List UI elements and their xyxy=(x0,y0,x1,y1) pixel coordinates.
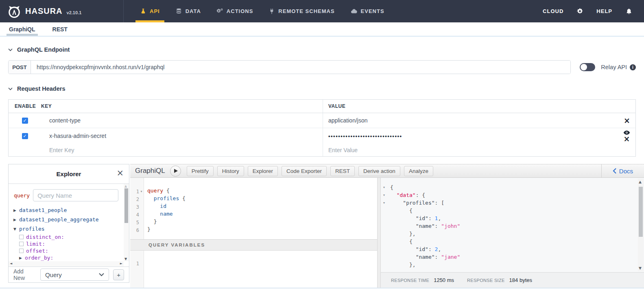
fold-arrow-icon[interactable]: ▾ xyxy=(383,186,390,189)
headers-section-header[interactable]: Request Headers xyxy=(8,85,636,92)
nav-item-actions[interactable]: ACTIONS xyxy=(209,0,261,22)
prettify-button[interactable]: Prettify xyxy=(187,166,214,176)
derive-action-button[interactable]: Derive action xyxy=(358,166,400,176)
graphiql-region: Explorer × query ▶dataset1_people▶datase… xyxy=(0,164,644,289)
tree-expanded-icon[interactable]: ▼ xyxy=(13,227,19,231)
chevron-down-icon[interactable] xyxy=(8,87,13,90)
analyze-button[interactable]: Analyze xyxy=(404,166,433,176)
query-name-input[interactable] xyxy=(33,189,118,201)
header-key-cell[interactable]: x-hasura-admin-secret xyxy=(41,133,323,139)
code-exporter-button[interactable]: Code Exporter xyxy=(282,166,327,176)
database-icon xyxy=(175,8,182,15)
brand[interactable]: HASURA v2.10.1 xyxy=(0,0,123,22)
query-editor[interactable]: 1▾23456 query { profiles { id name }} xyxy=(130,178,377,239)
header-key-cell[interactable]: content-type xyxy=(41,117,323,124)
tree-node-limit-[interactable]: limit: xyxy=(13,240,129,247)
tree-node-label: distinct_on: xyxy=(26,234,64,240)
cloud-link[interactable]: CLOUD xyxy=(543,8,563,14)
header-value-cell[interactable]: ••••••••••••••••••••••••••••••× xyxy=(323,128,635,144)
tab-graphiql[interactable]: GraphiQL xyxy=(9,22,35,36)
add-operation-button[interactable]: + xyxy=(113,269,124,280)
tree-collapsed-icon[interactable]: ▶ xyxy=(13,208,19,212)
tree-node-offset-[interactable]: offset: xyxy=(13,247,129,254)
chevron-down-icon[interactable] xyxy=(8,48,13,51)
explorer-button[interactable]: Explorer xyxy=(248,166,278,176)
response-scrollbar[interactable]: ▲ ▼ xyxy=(638,179,644,271)
tree-node-dataset1-people[interactable]: ▶dataset1_people xyxy=(13,205,129,215)
close-icon[interactable]: × xyxy=(116,169,124,177)
line-number: 3 xyxy=(136,204,139,210)
bell-icon[interactable] xyxy=(625,8,633,15)
explorer-vertical-scrollbar[interactable]: ▲ ▼ xyxy=(124,184,129,261)
tree-node-distinct-on-[interactable]: distinct_on: xyxy=(13,234,129,240)
new-header-key-input[interactable] xyxy=(49,147,295,153)
scroll-up-icon[interactable]: ▲ xyxy=(124,184,127,188)
topbar-right: CLOUD HELP xyxy=(543,8,644,15)
tree-node-label: order_by: xyxy=(25,255,53,261)
add-new-select[interactable]: Query xyxy=(40,269,109,281)
nav-item-remote-schemas[interactable]: REMOTE SCHEMAS xyxy=(261,0,342,22)
new-header-value-input[interactable] xyxy=(328,147,605,153)
response-footer: RESPONSE TIME 1250 ms RESPONSE SIZE 184 … xyxy=(381,272,644,288)
tree-node-order-by-[interactable]: ▶order_by: xyxy=(13,254,129,261)
nav-item-api[interactable]: API xyxy=(132,0,168,22)
graphiql-body: 1▾23456 query { profiles { id name }} QU… xyxy=(130,178,644,288)
response-viewer: ▲ ▼ ▾{▾ "data": {▾ "profiles": [ { "id":… xyxy=(381,178,644,272)
header-enabled-checkbox[interactable]: ✓ xyxy=(22,118,28,124)
docs-button[interactable]: Docs xyxy=(601,164,644,177)
query-variables-bar[interactable]: QUERY VARIABLES xyxy=(130,239,377,251)
arg-checkbox[interactable] xyxy=(19,249,24,253)
arg-checkbox[interactable] xyxy=(19,235,24,239)
fold-arrow-icon[interactable]: ▾ xyxy=(139,190,144,193)
line-number: 4 xyxy=(136,212,139,218)
help-link[interactable]: HELP xyxy=(596,8,612,14)
version-badge: v2.10.1 xyxy=(67,10,82,15)
fold-arrow-icon[interactable]: ▾ xyxy=(383,193,390,197)
variables-code-area[interactable] xyxy=(144,251,377,288)
query-code-area[interactable]: query { profiles { id name }} xyxy=(144,178,377,239)
endpoint-url-input[interactable] xyxy=(31,61,570,74)
scrollbar-thumb[interactable] xyxy=(639,187,643,237)
rest-button[interactable]: REST xyxy=(330,166,355,176)
settings-gear-icon[interactable] xyxy=(576,8,583,15)
response-line: ▾ "data": { xyxy=(383,192,636,200)
tree-node-label: offset: xyxy=(26,248,48,254)
tree-node-dataset1-people-aggregate[interactable]: ▶dataset1_people_aggregate xyxy=(13,215,129,224)
new-header-value-cell xyxy=(323,144,635,156)
tree-collapsed-icon[interactable]: ▶ xyxy=(19,256,25,260)
scroll-left-icon[interactable]: ◄ xyxy=(10,262,12,265)
relay-api-toggle[interactable] xyxy=(580,63,595,71)
remove-header-icon[interactable]: × xyxy=(624,136,630,142)
explorer-horizontal-scrollbar[interactable]: ◄ ► xyxy=(9,261,124,266)
tree-collapsed-icon[interactable]: ▶ xyxy=(13,218,19,222)
response-line: ▾ "profiles": [ xyxy=(383,200,636,208)
column-enable: ENABLE xyxy=(9,103,41,109)
fold-arrow-icon[interactable]: ▾ xyxy=(383,201,390,205)
header-value-cell[interactable]: application/json× xyxy=(323,113,635,128)
scrollbar-thumb[interactable] xyxy=(124,188,128,223)
response-size-label: RESPONSE SIZE xyxy=(467,278,505,283)
graphiql-main: GraphiQL PrettifyHistoryExplorerCode Exp… xyxy=(130,164,644,288)
variables-editor[interactable]: 1 xyxy=(130,251,377,288)
flask-icon xyxy=(140,8,146,15)
execute-query-button[interactable] xyxy=(170,166,181,177)
nav-item-data[interactable]: DATA xyxy=(168,0,209,22)
pane-splitter[interactable] xyxy=(377,178,381,288)
tree-node-profiles[interactable]: ▼profiles xyxy=(13,224,129,234)
history-button[interactable]: History xyxy=(217,166,244,176)
endpoint-section-title: GraphQL Endpoint xyxy=(17,46,70,53)
nav-item-events[interactable]: EVENTS xyxy=(343,0,392,22)
remove-header-icon[interactable]: × xyxy=(624,118,630,123)
new-header-key-cell xyxy=(41,147,323,153)
scroll-up-icon[interactable]: ▲ xyxy=(639,180,642,184)
header-enabled-checkbox[interactable]: ✓ xyxy=(22,133,28,139)
endpoint-section-header[interactable]: GraphQL Endpoint xyxy=(8,46,636,53)
tab-rest[interactable]: REST xyxy=(52,22,68,36)
info-icon[interactable]: i xyxy=(630,64,636,70)
scroll-right-icon[interactable]: ► xyxy=(120,262,122,265)
response-size-value: 184 bytes xyxy=(509,277,532,283)
scroll-down-icon[interactable]: ▼ xyxy=(124,257,127,261)
response-line: }, xyxy=(383,262,636,269)
arg-checkbox[interactable] xyxy=(19,242,24,246)
scroll-down-icon[interactable]: ▼ xyxy=(639,266,642,270)
